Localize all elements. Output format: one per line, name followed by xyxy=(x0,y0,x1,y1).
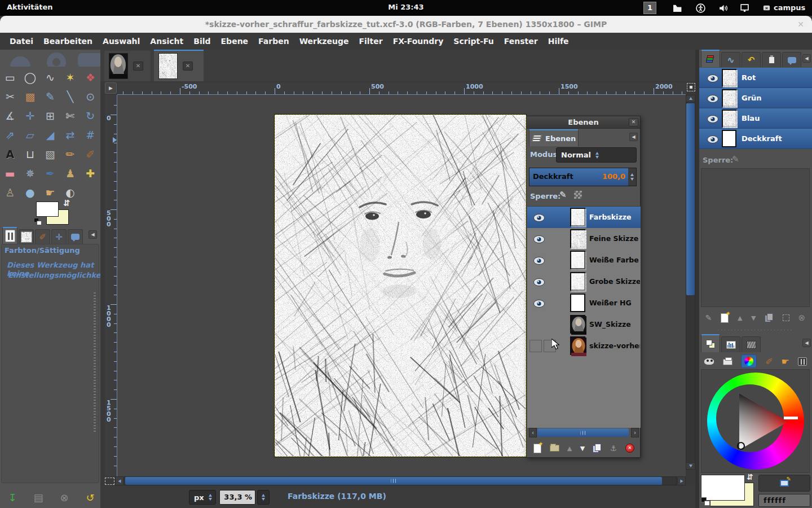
tool-gradient[interactable]: ▧ xyxy=(40,144,60,164)
new-channel-icon[interactable] xyxy=(721,313,729,323)
vertical-ruler[interactable]: 05 0 01 0 0 01 5 0 0 xyxy=(105,95,117,476)
menu-script-fu[interactable]: Script-Fu xyxy=(448,33,498,50)
tab-brush-preview[interactable] xyxy=(19,229,34,244)
channel-row-rot[interactable]: Rot xyxy=(699,68,812,88)
custom-channels-list[interactable] xyxy=(701,168,810,307)
tab-channels[interactable] xyxy=(701,50,720,67)
menu-bearbeiten[interactable]: Bearbeiten xyxy=(38,33,98,50)
menu-datei[interactable]: Datei xyxy=(5,33,38,50)
tool-color-picker[interactable]: ╲ xyxy=(60,87,81,106)
anchor-layer-icon[interactable]: ⚓ xyxy=(610,444,617,453)
mode-select[interactable]: Normal xyxy=(556,147,637,163)
window-titlebar[interactable]: *skizze-vorher_schraffur_farbskizze_tut.… xyxy=(0,16,812,33)
tool-clone[interactable]: ♟ xyxy=(60,164,81,183)
edit-channel-icon[interactable]: ✎ xyxy=(705,313,712,322)
cmyk-selector-icon[interactable] xyxy=(723,359,732,365)
tool-flip[interactable]: ⇄ xyxy=(60,125,81,144)
ruler-menu-button[interactable]: ▶ xyxy=(105,82,117,94)
default-colors-icon[interactable] xyxy=(34,218,43,226)
layers-scrollbar[interactable]: ‹ › xyxy=(529,428,639,437)
canvas-image[interactable] xyxy=(275,115,526,457)
tool-rectangle-select[interactable]: ▭ xyxy=(0,68,20,87)
channel-row-gr-n[interactable]: Grün xyxy=(699,88,812,108)
tool-select-by-color[interactable]: ❖ xyxy=(80,68,100,87)
menu-filter[interactable]: Filter xyxy=(354,33,387,50)
tool-bucket-fill[interactable]: ⊔ xyxy=(20,144,41,164)
tool-eraser[interactable]: ▬ xyxy=(0,164,20,183)
channel-row-blau[interactable]: Blau xyxy=(699,108,812,129)
tool-paintbrush[interactable]: ✐ xyxy=(80,144,100,164)
tool-foreground-select[interactable]: ▩ xyxy=(20,87,41,106)
image-tab-sketch-active[interactable]: ✕ xyxy=(154,50,204,81)
hue-marker[interactable] xyxy=(784,417,798,419)
close-image-icon[interactable]: ✕ xyxy=(183,62,193,71)
quick-mask-toggle-icon[interactable] xyxy=(105,478,114,485)
tool-move[interactable]: ✛ xyxy=(20,106,41,125)
scales-selector-icon[interactable] xyxy=(798,357,807,366)
menu-bild[interactable]: Bild xyxy=(188,33,215,50)
layer-row-feine-skizze[interactable]: Feine Skizze xyxy=(527,228,641,249)
layer-row-skizze-vorher-jpg[interactable]: skizze-vorher.jpg xyxy=(527,335,641,357)
tool-ink[interactable]: ✒ xyxy=(40,164,60,183)
menu-ebene[interactable]: Ebene xyxy=(216,33,254,50)
tab-paths[interactable]: ∿ xyxy=(721,52,740,67)
lock-paint-icon[interactable]: ✎ xyxy=(559,190,567,200)
lower-channel-icon[interactable]: ▼ xyxy=(751,314,756,322)
layers-dialog-close-icon[interactable]: ✕ xyxy=(629,118,638,126)
visibility-eye-icon[interactable] xyxy=(707,115,718,122)
collapse-dock-icon[interactable]: ◀ xyxy=(802,54,811,63)
scroll-left-icon[interactable] xyxy=(115,476,123,485)
tab-undo-history[interactable]: ↶ xyxy=(742,52,761,67)
gimp-selector-icon[interactable] xyxy=(704,358,714,365)
lower-layer-icon[interactable]: ▼ xyxy=(580,445,585,452)
tool-scale[interactable]: ⇗ xyxy=(0,125,20,144)
swap-colors-icon[interactable]: ⇵ xyxy=(747,472,753,481)
duplicate-layer-icon[interactable] xyxy=(593,444,602,453)
tool-paths[interactable]: ✎ xyxy=(40,87,60,106)
clock[interactable]: Mi 23:43 xyxy=(0,3,812,11)
accessibility-icon[interactable] xyxy=(696,3,705,13)
tab-paintbrush[interactable]: ✐ xyxy=(35,229,50,244)
reset-tool-options-icon[interactable]: ↺ xyxy=(83,491,97,505)
layer-row-wei-e-farbe[interactable]: Weiße Farbe xyxy=(527,249,641,271)
scroll-down-icon[interactable] xyxy=(686,462,695,470)
restore-tool-options-icon[interactable]: ▤ xyxy=(32,491,45,505)
opacity-slider[interactable]: Deckkraft 100,0 xyxy=(529,168,637,186)
visibility-eye-icon[interactable] xyxy=(533,256,545,264)
files-icon[interactable] xyxy=(673,3,682,13)
volume-icon[interactable] xyxy=(718,3,728,13)
layers-dialog-titlebar[interactable]: Ebenen xyxy=(527,116,640,129)
palette-selector-icon[interactable]: ☛ xyxy=(782,356,789,367)
menu-fx-foundry[interactable]: FX-Foundry xyxy=(388,33,449,50)
channel-to-selection-icon[interactable] xyxy=(783,314,789,321)
duplicate-channel-icon[interactable] xyxy=(765,313,774,322)
tab-tool-options[interactable] xyxy=(2,227,17,244)
layers-dialog[interactable]: Ebenen ✕ Ebenen ◀ Modus: Normal Deckkraf… xyxy=(526,116,641,458)
menu-fenster[interactable]: Fenster xyxy=(499,33,543,50)
horizontal-ruler[interactable]: -5000500100015002000 xyxy=(117,82,686,95)
tab-pointer[interactable] xyxy=(782,52,801,67)
tab-smudge[interactable] xyxy=(68,229,83,244)
watercolor-selector-icon[interactable]: ✐ xyxy=(765,356,773,367)
image-tab-photo[interactable]: ✕ xyxy=(104,51,151,81)
default-colors-icon[interactable] xyxy=(701,497,711,506)
horizontal-scroll-thumb[interactable] xyxy=(125,477,662,485)
delete-tool-options-icon[interactable]: ⊗ xyxy=(58,491,71,505)
layer-row-wei-er-hg[interactable]: Weißer HG xyxy=(527,292,641,314)
menu-ansicht[interactable]: Ansicht xyxy=(145,33,188,50)
tool-crop[interactable]: ✄ xyxy=(60,106,81,125)
display-icon[interactable] xyxy=(740,3,749,13)
raise-channel-icon[interactable]: ▲ xyxy=(738,314,742,322)
tab-clipboard[interactable] xyxy=(762,52,781,67)
visibility-toggle-cell[interactable] xyxy=(529,340,542,352)
delete-channel-icon[interactable]: ⊗ xyxy=(798,313,806,323)
tool-align[interactable]: ⊞ xyxy=(40,106,60,125)
tool-smudge[interactable]: ☛ xyxy=(40,183,60,202)
unit-select[interactable]: px xyxy=(189,490,216,505)
tool-ellipse-select[interactable]: ◯ xyxy=(20,68,41,87)
wheel-selector-icon[interactable] xyxy=(741,354,757,368)
tool-zoom[interactable]: ⊙ xyxy=(80,87,100,106)
tool-perspective-clone[interactable]: ♙ xyxy=(0,183,20,202)
hex-color-input[interactable]: ffffff xyxy=(758,494,810,507)
sv-triangle[interactable] xyxy=(701,370,810,474)
